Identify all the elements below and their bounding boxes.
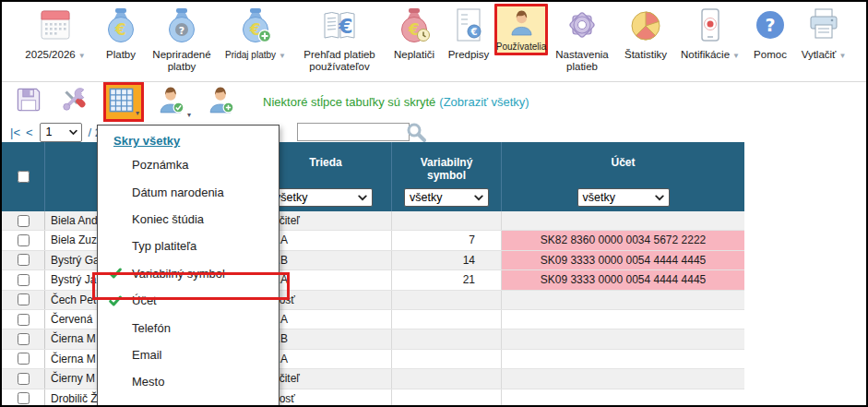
cell-vs bbox=[392, 389, 502, 407]
toolbar-item-label: Nepriradené platby bbox=[146, 49, 218, 73]
row-checkbox[interactable] bbox=[18, 234, 30, 246]
save-button[interactable] bbox=[13, 84, 44, 119]
cell-trieda: Hosť bbox=[260, 291, 392, 309]
row-checkbox[interactable] bbox=[18, 215, 30, 227]
cell-vs bbox=[392, 369, 502, 388]
cell-ucet bbox=[502, 369, 744, 388]
row-checkbox[interactable] bbox=[18, 293, 30, 305]
columns-button[interactable]: ▾ bbox=[103, 82, 144, 122]
toolbar-item-label: Platby bbox=[106, 49, 136, 61]
cell-ucet bbox=[502, 329, 744, 348]
cell-vs: 14 bbox=[392, 251, 502, 269]
column-menu-item-label: Poznámka bbox=[132, 158, 188, 172]
variabilny-symbol-filter-select[interactable]: všetky bbox=[404, 188, 489, 207]
toolbar-item-label: Neplatiči bbox=[394, 49, 434, 61]
page-select[interactable]: 1 bbox=[40, 123, 82, 142]
dropdown-arrow-icon: ▼ bbox=[838, 52, 846, 60]
column-menu-item-zdravotna-poistovna[interactable]: Zdravotná poisťovňa bbox=[98, 396, 279, 407]
pie-chart-icon bbox=[625, 5, 666, 49]
tools-button[interactable] bbox=[58, 84, 89, 119]
column-menu-item-email[interactable]: Email bbox=[98, 341, 279, 368]
cell-vs bbox=[392, 310, 502, 329]
row-checkbox[interactable] bbox=[18, 314, 30, 326]
toolbar-item-2025-2026[interactable]: 2025/2026▼ bbox=[15, 2, 96, 62]
cell-trieda: 4.A bbox=[260, 231, 392, 249]
row-checkbox[interactable] bbox=[18, 373, 30, 385]
chevron-down-icon bbox=[474, 195, 483, 201]
prev-page-button[interactable]: < bbox=[26, 126, 33, 139]
dropdown-arrow-icon: ▼ bbox=[732, 52, 740, 60]
search-input[interactable] bbox=[297, 123, 410, 141]
header-trieda-cell[interactable]: Trieda všetky bbox=[260, 142, 392, 211]
printer-icon bbox=[803, 5, 844, 49]
column-menu-item-label: Zdravotná poisťovňa bbox=[132, 402, 242, 407]
check-icon bbox=[108, 266, 128, 281]
column-menu-item-mesto[interactable]: Mesto bbox=[98, 368, 279, 395]
user-icon bbox=[506, 7, 537, 42]
row-checkbox[interactable] bbox=[18, 333, 30, 345]
cell-ucet bbox=[502, 211, 744, 230]
column-menu-item-label: Telefón bbox=[132, 321, 171, 335]
money-bag-overdue-icon: € bbox=[394, 5, 434, 49]
toolbar-item-pomoc[interactable]: ?Pomoc bbox=[745, 2, 795, 61]
first-page-button[interactable]: |< bbox=[10, 126, 20, 139]
user-add-button[interactable] bbox=[205, 84, 236, 119]
app-window: 2025/2026▼€Platby?Nepriradené platby€Pri… bbox=[0, 0, 868, 407]
toolbar-item-nepriradene-platby[interactable]: ?Nepriradené platby bbox=[146, 2, 218, 73]
toolbar-item-vytlacit[interactable]: Vytlačiť▼ bbox=[795, 2, 852, 62]
cell-trieda: 5.B bbox=[260, 329, 392, 348]
toolbar-item-label: Používatelia bbox=[496, 41, 546, 53]
column-menu-item-telefon[interactable]: Telefón bbox=[98, 314, 279, 341]
money-bag-add-icon: € bbox=[235, 5, 276, 49]
cell-vs: 21 bbox=[392, 270, 502, 289]
action-buttons: ▾▾ bbox=[13, 82, 250, 122]
row-checkbox[interactable] bbox=[18, 254, 30, 266]
ucet-filter-select[interactable]: všetky bbox=[577, 188, 670, 207]
page-select-value: 1 bbox=[46, 126, 53, 138]
toolbar-item-neplatici[interactable]: €Neplatiči bbox=[386, 2, 443, 61]
toolbar-item-predpisy[interactable]: €Predpisy bbox=[443, 2, 494, 61]
toolbar-item-statistiky[interactable]: Štatistiky bbox=[616, 2, 675, 61]
column-menu-item-datum-narodenia[interactable]: Dátum narodenia bbox=[98, 178, 279, 205]
column-menu-item-variabilny-symbol[interactable]: Variabilný symbol bbox=[98, 260, 279, 287]
toolbar-item-notifikacie[interactable]: Notifikácie▼ bbox=[675, 2, 745, 62]
user-confirm-button[interactable]: ▾ bbox=[155, 84, 191, 119]
row-checkbox[interactable] bbox=[18, 392, 30, 404]
toolbar-item-prehlad-platieb-pouzivatelov[interactable]: €Prehľad platieb používateľov bbox=[293, 2, 386, 73]
svg-text:?: ? bbox=[179, 25, 184, 37]
column-menu-items: PoznámkaDátum narodeniaKoniec štúdiaTyp … bbox=[98, 151, 279, 407]
svg-text:€: € bbox=[470, 27, 478, 37]
hidden-columns-message: Niektoré stĺpce tabuľky sú skryté bbox=[263, 95, 435, 109]
row-checkbox[interactable] bbox=[18, 274, 30, 286]
cell-ucet bbox=[502, 310, 744, 329]
toolbar-item-pridaj-platby[interactable]: €Pridaj platby▼ bbox=[218, 2, 293, 62]
user-confirm-icon bbox=[155, 84, 186, 119]
column-menu-item-koniec-studia[interactable]: Koniec štúdia bbox=[98, 206, 279, 233]
toolbar-item-platby[interactable]: €Platby bbox=[96, 2, 146, 61]
trieda-filter-value: všetky bbox=[275, 191, 307, 204]
svg-text:€: € bbox=[338, 15, 352, 38]
cell-vs bbox=[392, 211, 502, 230]
cell-trieda: Učiteľ bbox=[260, 369, 392, 388]
action-toolbar: ▾▾ Niektoré stĺpce tabuľky sú skryté (Zo… bbox=[2, 82, 866, 121]
cell-ucet bbox=[502, 350, 744, 368]
column-menu-item-ucet[interactable]: Účet bbox=[98, 287, 279, 314]
header-variabilny-symbol-cell[interactable]: Variabilný symbol všetky bbox=[392, 142, 502, 211]
toolbar-item-pouzivatelia[interactable]: Používatelia bbox=[494, 4, 548, 55]
column-menu-item-poznamka[interactable]: Poznámka bbox=[98, 151, 279, 178]
toolbar-item-label: Prehľad platieb používateľov bbox=[293, 49, 386, 73]
header-ucet-cell[interactable]: Účet všetky bbox=[502, 142, 744, 211]
trieda-filter-select[interactable]: všetky bbox=[269, 188, 373, 207]
calendar-icon bbox=[35, 5, 76, 49]
save-icon bbox=[13, 84, 44, 119]
select-all-checkbox[interactable] bbox=[18, 171, 30, 183]
toolbar-item-nastavenia-platieb[interactable]: Nastavenia platieb bbox=[548, 2, 616, 73]
show-all-columns-link[interactable]: (Zobraziť všetky) bbox=[439, 95, 529, 109]
hide-all-columns-link[interactable]: Skry všetky bbox=[113, 134, 180, 148]
cell-vs: 7 bbox=[392, 231, 502, 249]
column-menu-item-typ-platitela[interactable]: Typ platiteľa bbox=[98, 233, 279, 259]
cell-vs bbox=[392, 329, 502, 348]
column-menu-item-label: Dátum narodenia bbox=[132, 186, 224, 199]
row-checkbox[interactable] bbox=[18, 353, 30, 365]
cell-vs bbox=[392, 350, 502, 368]
